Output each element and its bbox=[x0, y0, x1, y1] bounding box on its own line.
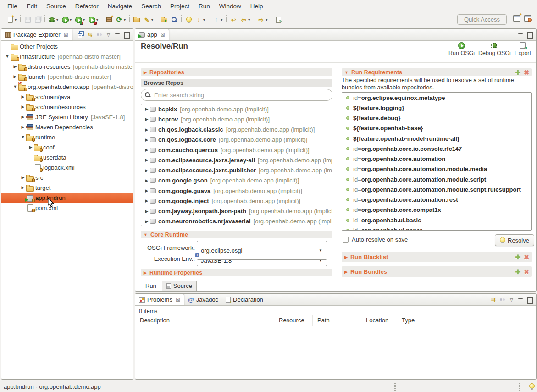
toolbar-new-java-project-button[interactable] bbox=[105, 15, 114, 24]
tree-item-other-projects[interactable]: Other Projects bbox=[1, 41, 133, 51]
column-header-type[interactable]: Type bbox=[397, 315, 536, 326]
minimize-icon[interactable] bbox=[114, 31, 121, 38]
chevron-right-icon[interactable]: ▶ bbox=[144, 158, 149, 162]
menu-item-edit[interactable]: Edit bbox=[22, 1, 42, 11]
tree-item-src-main-resources[interactable]: ▶src/main/resources bbox=[1, 102, 133, 112]
add-blacklist-icon[interactable]: ✚ bbox=[515, 254, 521, 261]
drag-handle[interactable] bbox=[519, 383, 520, 391]
toolbar-new-wizard-button[interactable]: ▾ bbox=[6, 15, 18, 24]
minimize-icon[interactable] bbox=[517, 31, 524, 38]
chevron-right-icon[interactable]: ▶ bbox=[144, 148, 149, 152]
toolbar-coverage-button[interactable]: ▾ bbox=[74, 15, 86, 24]
remove-requirement-icon[interactable]: ✖ bbox=[524, 69, 529, 76]
repo-item-com-neuronrobotics-nrjavaserial[interactable]: ▶com.neuronrobotics.nrjavaserial[org.ope… bbox=[141, 216, 332, 226]
chevron-right-icon[interactable]: ▶ bbox=[12, 64, 18, 69]
chevron-right-icon[interactable]: ▶ bbox=[144, 127, 149, 132]
debug-osgi-button[interactable]: Debug OSGi bbox=[477, 42, 512, 56]
section-runtime-properties[interactable]: ▶ Runtime Properties bbox=[141, 269, 332, 276]
repo-item-ch-qos-logback-classic[interactable]: ▶ch.qos.logback.classic[org.openhab.demo… bbox=[141, 125, 332, 135]
chevron-down-icon[interactable]: ▼ bbox=[20, 135, 26, 139]
tree-item-pom-xml[interactable]: pom.xml bbox=[1, 203, 133, 213]
toolbar-mark-occurrences-button[interactable] bbox=[274, 15, 283, 24]
menu-item-run[interactable]: Run bbox=[194, 1, 215, 11]
toolbar-open-resource-button[interactable] bbox=[160, 15, 169, 24]
toolbar-refresh-green-button[interactable]: ⟳▾ bbox=[115, 15, 127, 24]
section-repositories[interactable]: ▶ Repositories bbox=[141, 68, 332, 76]
osgi-framework-combo[interactable]: org.eclipse.osgi ▼ bbox=[197, 241, 327, 260]
tree-item-conf[interactable]: ▶conf bbox=[1, 142, 133, 152]
requirement-org-openhab-core-io-console-rfc147[interactable]: id=org.openhab.core.io.console.rfc147 bbox=[342, 144, 531, 154]
focus-icon[interactable] bbox=[499, 296, 506, 303]
repo-item-bcpkix[interactable]: ▶bcpkix[org.openhab.demo.app (implicit)] bbox=[141, 104, 332, 114]
open-perspective-button[interactable] bbox=[513, 15, 520, 22]
repo-item-com-google-inject[interactable]: ▶com.google.inject[org.openhab.demo.app … bbox=[141, 196, 332, 206]
tree-item-infrastructure[interactable]: ▼Infrastructure[openhab-distro master] bbox=[1, 51, 133, 61]
export-button[interactable]: Export bbox=[513, 42, 532, 56]
requirement-org-openhab-core-automation[interactable]: id=org.openhab.core.automation bbox=[342, 154, 531, 164]
section-run-bundles[interactable]: ▶ Run Bundles ✚ ✖ bbox=[342, 266, 532, 277]
toolbar-back-button[interactable]: ⇦▾ bbox=[239, 15, 251, 24]
chevron-right-icon[interactable]: ▶ bbox=[144, 138, 149, 142]
focus-icon[interactable] bbox=[96, 31, 103, 38]
tree-item-maven-dependencies[interactable]: ▶Maven Dependencies bbox=[1, 122, 133, 132]
repo-item-com-jayway-jsonpath-json-path[interactable]: ▶com.jayway.jsonpath.json-path[org.openh… bbox=[141, 206, 332, 216]
filter-icon[interactable]: ⇉ bbox=[490, 296, 497, 303]
view-menu-icon[interactable]: ▽ bbox=[508, 296, 515, 303]
menu-item-window[interactable]: Window bbox=[215, 1, 246, 11]
tree-item-src[interactable]: ▶src bbox=[1, 172, 133, 182]
tab-problems[interactable]: Problems⊠ bbox=[135, 294, 184, 305]
remove-bundle-icon[interactable]: ✖ bbox=[524, 268, 529, 276]
toolbar-search-magnifier-button[interactable] bbox=[170, 15, 179, 24]
toolbar-profile-button[interactable]: ▾ bbox=[87, 15, 100, 24]
chevron-right-icon[interactable]: ▶ bbox=[144, 168, 149, 173]
chevron-right-icon[interactable]: ▶ bbox=[20, 94, 26, 99]
repo-item-ch-qos-logback-core[interactable]: ▶ch.qos.logback.core[org.openhab.demo.ap… bbox=[141, 135, 332, 145]
column-header-path[interactable]: Path bbox=[313, 315, 361, 326]
chevron-right-icon[interactable]: ▶ bbox=[144, 209, 149, 214]
minimize-icon[interactable] bbox=[517, 296, 524, 303]
toolbar-prev-annotation-button[interactable]: ↑▾ bbox=[211, 15, 224, 24]
toolbar-debug-button[interactable]: ▾ bbox=[47, 15, 60, 24]
add-requirement-icon[interactable]: ✚ bbox=[515, 69, 521, 76]
chevron-right-icon[interactable]: ▶ bbox=[20, 185, 26, 190]
tree-item-app-bndrun[interactable]: app.bndrun bbox=[1, 193, 133, 203]
collapse-all-icon[interactable] bbox=[78, 31, 84, 38]
requirement-org-openhab-core-automation-rest[interactable]: id=org.openhab.core.automation.rest bbox=[342, 195, 531, 205]
section-run-blacklist[interactable]: ▶ Run Blacklist ✚ ✖ bbox=[342, 252, 532, 262]
tree-item-target[interactable]: ▶target bbox=[1, 182, 133, 193]
tab-declaration[interactable]: Declaration bbox=[222, 294, 267, 305]
editor-mode-tab-source[interactable]: Source bbox=[162, 281, 197, 291]
section-run-requirements[interactable]: ▼ Run Requirements ✚ ✖ bbox=[342, 68, 532, 76]
run-osgi-button[interactable]: Run OSGi bbox=[447, 42, 476, 56]
menu-item-search[interactable]: Search bbox=[137, 1, 166, 11]
close-icon[interactable]: ⊠ bbox=[176, 297, 180, 303]
remove-blacklist-icon[interactable]: ✖ bbox=[524, 254, 529, 261]
menu-item-file[interactable]: File bbox=[3, 1, 22, 11]
toolbar-open-folder-button[interactable] bbox=[132, 15, 141, 24]
smart-assist-lightbulb-icon[interactable] bbox=[529, 383, 534, 390]
java-perspective-button[interactable] bbox=[524, 15, 531, 22]
chevron-down-icon[interactable]: ▼ bbox=[4, 54, 11, 59]
editor-tab-app[interactable]: app ⊠ bbox=[135, 29, 169, 40]
toolbar-lightbulb-button[interactable] bbox=[184, 15, 193, 24]
requirement-feature-openhab-model-runtime-all[interactable]: ${feature.openhab-model-runtime-all} bbox=[342, 133, 531, 144]
requirement-feature-logging[interactable]: ${feature.logging} bbox=[342, 103, 531, 113]
tree-item-org-openhab-demo-app[interactable]: ▼org.openhab.demo.app[openhab-distro mas… bbox=[1, 82, 133, 92]
requirement-org-openhab-ui-basic[interactable]: id=org.openhab.ui.basic bbox=[342, 215, 531, 225]
requirement-org-openhab-core-automation-module-script-rulesupport[interactable]: id=org.openhab.core.automation.module.sc… bbox=[342, 184, 531, 194]
search-input[interactable] bbox=[153, 91, 328, 99]
maximize-icon[interactable] bbox=[123, 31, 130, 38]
menu-item-navigate[interactable]: Navigate bbox=[103, 1, 137, 11]
chevron-right-icon[interactable]: ▶ bbox=[144, 107, 149, 111]
quick-access-button[interactable]: Quick Access bbox=[457, 14, 507, 25]
requirement-org-openhab-core-compat1x[interactable]: id=org.openhab.core.compat1x bbox=[342, 205, 531, 215]
toolbar-last-edit-location-button[interactable]: ↩ bbox=[229, 15, 238, 24]
tree-item-distro-resources[interactable]: ▶distro-resources[openhab-distro master] bbox=[1, 61, 133, 72]
toolbar-run-button[interactable]: ▾ bbox=[61, 15, 73, 24]
requirement-org-eclipse-equinox-metatype[interactable]: id=org.eclipse.equinox.metatype bbox=[342, 93, 531, 103]
chevron-right-icon[interactable]: ▶ bbox=[144, 199, 149, 203]
requirement-org-openhab-ui-paper[interactable]: id=org.openhab.ui.paper bbox=[342, 225, 531, 231]
requirement-feature-debug[interactable]: ${feature.debug} bbox=[342, 113, 531, 123]
tree-item-runtime[interactable]: ▼runtime bbox=[1, 132, 133, 142]
menu-item-project[interactable]: Project bbox=[166, 1, 194, 11]
